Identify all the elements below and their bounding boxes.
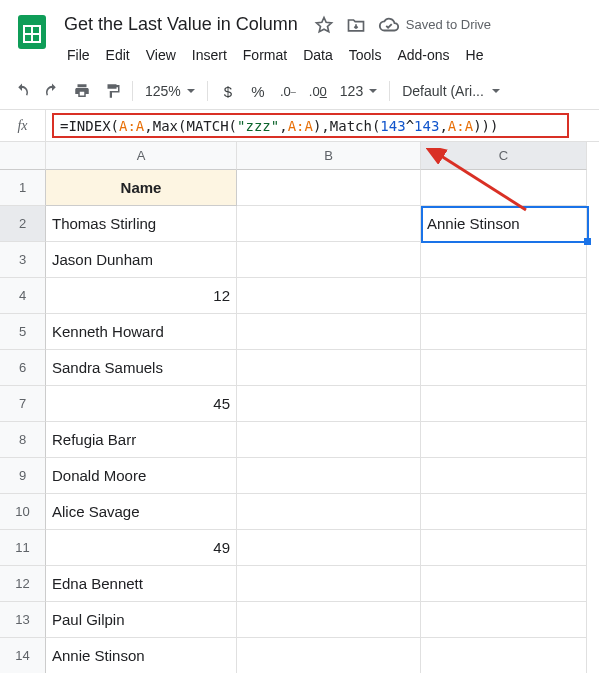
undo-icon[interactable] <box>8 77 36 105</box>
percent-icon[interactable]: % <box>244 77 272 105</box>
row-header[interactable]: 10 <box>0 494 46 530</box>
font-select[interactable]: Default (Ari... <box>396 83 506 99</box>
row-headers: 1234567891011121314 <box>0 170 46 673</box>
cell[interactable] <box>237 242 421 278</box>
move-folder-icon[interactable] <box>346 15 366 35</box>
cell[interactable] <box>421 602 587 638</box>
cell[interactable] <box>421 278 587 314</box>
row-header[interactable]: 14 <box>0 638 46 673</box>
cell[interactable] <box>421 170 587 206</box>
table-row: Name <box>46 170 587 206</box>
cell[interactable]: 45 <box>46 386 237 422</box>
cell[interactable]: 49 <box>46 530 237 566</box>
cell[interactable]: Thomas Stirling <box>46 206 237 242</box>
table-row: Jason Dunham <box>46 242 587 278</box>
row-header[interactable]: 5 <box>0 314 46 350</box>
cell[interactable] <box>237 206 421 242</box>
menu-item-format[interactable]: Format <box>236 43 294 67</box>
menu-item-view[interactable]: View <box>139 43 183 67</box>
fx-icon[interactable]: fx <box>0 110 46 141</box>
cell[interactable]: Annie Stinson <box>46 638 237 673</box>
cell[interactable]: Donald Moore <box>46 458 237 494</box>
table-row: Refugia Barr <box>46 422 587 458</box>
cell[interactable]: Edna Bennett <box>46 566 237 602</box>
cell[interactable] <box>237 350 421 386</box>
cell[interactable] <box>237 278 421 314</box>
cell[interactable] <box>421 422 587 458</box>
cell[interactable]: Paul Gilpin <box>46 602 237 638</box>
cell[interactable] <box>421 638 587 673</box>
number-format-select[interactable]: 123 <box>334 83 383 99</box>
cell[interactable]: Kenneth Howard <box>46 314 237 350</box>
row-header[interactable]: 6 <box>0 350 46 386</box>
row-header[interactable]: 12 <box>0 566 46 602</box>
cell[interactable] <box>421 494 587 530</box>
row-header[interactable]: 2 <box>0 206 46 242</box>
cell[interactable] <box>237 422 421 458</box>
cell[interactable]: Alice Savage <box>46 494 237 530</box>
formula-bar: fx =INDEX(A:A,Max(MATCH("zzz",A:A),Match… <box>0 110 599 142</box>
cell[interactable] <box>237 386 421 422</box>
cloud-saved-icon[interactable]: Saved to Drive <box>378 14 491 36</box>
row-header[interactable]: 1 <box>0 170 46 206</box>
cell[interactable] <box>237 602 421 638</box>
zoom-select[interactable]: 125% <box>139 83 201 99</box>
cell[interactable] <box>237 638 421 673</box>
cell[interactable] <box>421 530 587 566</box>
table-row: Thomas StirlingAnnie Stinson <box>46 206 587 242</box>
cell[interactable] <box>237 170 421 206</box>
separator <box>207 81 208 101</box>
table-row: Sandra Samuels <box>46 350 587 386</box>
row-header[interactable]: 3 <box>0 242 46 278</box>
cell[interactable]: Annie Stinson <box>421 206 587 242</box>
column-header[interactable]: A <box>46 142 237 170</box>
cell[interactable] <box>421 458 587 494</box>
menu-item-add-ons[interactable]: Add-ons <box>390 43 456 67</box>
paint-format-icon[interactable] <box>98 77 126 105</box>
table-row: Annie Stinson <box>46 638 587 673</box>
menu-item-insert[interactable]: Insert <box>185 43 234 67</box>
column-header[interactable]: C <box>421 142 587 170</box>
cell[interactable]: 12 <box>46 278 237 314</box>
row-header[interactable]: 11 <box>0 530 46 566</box>
cell[interactable] <box>421 566 587 602</box>
increase-decimal-icon[interactable]: .00 <box>304 77 332 105</box>
table-row: Paul Gilpin <box>46 602 587 638</box>
redo-icon[interactable] <box>38 77 66 105</box>
cell[interactable] <box>421 350 587 386</box>
sheets-logo-icon[interactable] <box>12 12 52 52</box>
formula-input[interactable]: =INDEX(A:A,Max(MATCH("zzz",A:A),Match(14… <box>52 113 569 138</box>
doc-title[interactable]: Get the Last Value in Column <box>60 12 302 37</box>
spreadsheet-grid: 1234567891011121314 ABC NameThomas Stirl… <box>0 142 599 673</box>
menu-item-edit[interactable]: Edit <box>99 43 137 67</box>
cell[interactable]: Name <box>46 170 237 206</box>
cell[interactable] <box>421 314 587 350</box>
cell[interactable]: Sandra Samuels <box>46 350 237 386</box>
row-header[interactable]: 4 <box>0 278 46 314</box>
row-header[interactable]: 13 <box>0 602 46 638</box>
cell[interactable] <box>421 242 587 278</box>
cell[interactable]: Jason Dunham <box>46 242 237 278</box>
star-icon[interactable] <box>314 15 334 35</box>
select-all-corner[interactable] <box>0 142 46 170</box>
row-header[interactable]: 7 <box>0 386 46 422</box>
row-header[interactable]: 9 <box>0 458 46 494</box>
menu-item-he[interactable]: He <box>459 43 491 67</box>
column-header[interactable]: B <box>237 142 421 170</box>
cell[interactable] <box>237 566 421 602</box>
cell[interactable]: Refugia Barr <box>46 422 237 458</box>
menu-item-data[interactable]: Data <box>296 43 340 67</box>
currency-icon[interactable]: $ <box>214 77 242 105</box>
separator <box>389 81 390 101</box>
row-header[interactable]: 8 <box>0 422 46 458</box>
cell[interactable] <box>237 314 421 350</box>
cell[interactable] <box>237 530 421 566</box>
cell[interactable] <box>237 458 421 494</box>
saved-label: Saved to Drive <box>406 17 491 32</box>
cell[interactable] <box>237 494 421 530</box>
menu-item-tools[interactable]: Tools <box>342 43 389 67</box>
menu-item-file[interactable]: File <box>60 43 97 67</box>
cell[interactable] <box>421 386 587 422</box>
print-icon[interactable] <box>68 77 96 105</box>
decrease-decimal-icon[interactable]: .0_ <box>274 77 302 105</box>
